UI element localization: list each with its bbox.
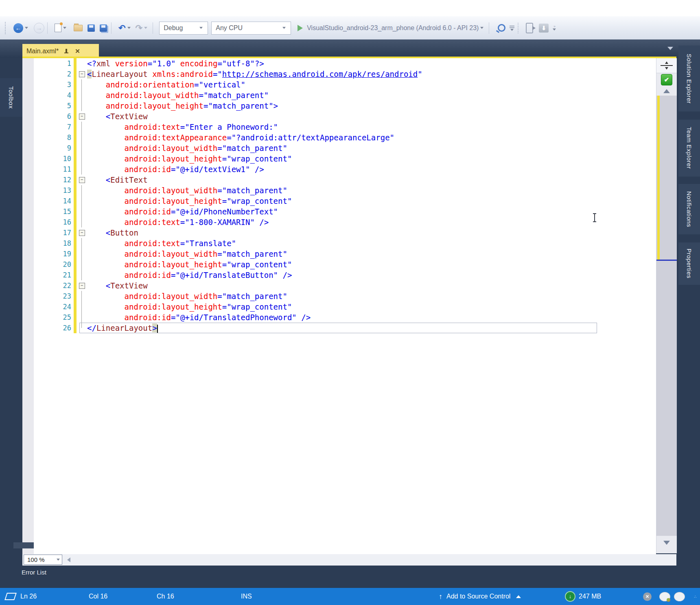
code-line[interactable]: 24 android:layout_height="wrap_content" [22,301,656,312]
code-line[interactable]: 9 android:layout_width="match_parent" [22,143,656,153]
run-target-label[interactable]: VisualStudio_android-23_arm_phone (Andro… [307,24,479,32]
open-file-icon[interactable] [74,25,83,31]
code-text[interactable]: android:layout_height="match_parent"> [87,100,278,111]
solution-platform-select[interactable]: Any CPU [211,22,291,35]
toolbar-drag-handle[interactable] [518,23,520,33]
code-line[interactable]: 19 android:layout_width="match_parent" [22,249,656,259]
code-text[interactable]: android:text="Translate" [87,238,236,249]
code-line[interactable]: 18 android:text="Translate" [22,238,656,249]
sidebar-tab-team-explorer[interactable]: Team Explorer [678,120,700,177]
redo-dropdown-icon[interactable] [144,27,147,29]
code-line[interactable]: 22− <TextView [22,280,656,291]
scrollbar-track[interactable] [656,96,677,536]
code-line[interactable]: 8 android:textAppearance="?android:attr/… [22,132,656,143]
code-line[interactable]: 20 android:layout_height="wrap_content" [22,259,656,270]
collapse-icon[interactable]: − [77,175,87,185]
toolbar-drag-handle[interactable] [5,22,8,34]
code-text[interactable]: <TextView [87,111,148,122]
new-item-icon[interactable] [55,24,61,32]
device-run-icon[interactable] [526,23,533,33]
code-line[interactable]: 5 android:layout_height="match_parent"> [22,100,656,111]
code-text[interactable]: <LinearLayout xmlns:android="http://sche… [87,69,422,79]
code-text[interactable]: <EditText [87,175,148,185]
document-tab-main-axml[interactable]: Main.axml* ✕ [22,44,99,58]
code-line[interactable]: 21 android:id="@+id/TranslateButton" /> [22,270,656,280]
navigate-forward-icon[interactable]: → [34,23,44,33]
code-line[interactable]: 26</LinearLayout> [22,323,656,333]
code-line[interactable]: 12− <EditText [22,175,656,185]
code-text[interactable]: android:textAppearance="?android:attr/te… [87,132,394,143]
code-text[interactable]: android:id="@+id/PhoneNumberText" [87,206,278,217]
code-line[interactable]: 14 android:layout_height="wrap_content" [22,196,656,206]
close-icon[interactable]: ✕ [75,48,80,54]
collapse-icon[interactable]: − [77,111,87,122]
code-line[interactable]: 1<?xml version="1.0" encoding="utf-8"?> [22,58,656,69]
code-line[interactable]: 15 android:id="@+id/PhoneNumberText" [22,206,656,217]
code-text[interactable]: <?xml version="1.0" encoding="utf-8"?> [87,58,264,69]
resize-grip[interactable]: ∴ [694,588,697,605]
code-line[interactable]: 25 android:id="@+id/TranslatedPhoneword"… [22,312,656,323]
code-text[interactable]: android:layout_width="match_parent" [87,90,269,100]
navigate-back-icon[interactable]: ← [13,23,23,33]
connection-status[interactable]: ✕ [643,588,652,605]
collapse-icon[interactable]: − [77,227,87,238]
document-health-check-icon[interactable]: ✔ [661,74,672,85]
code-line[interactable]: 23 android:layout_width="match_parent" [22,291,656,301]
code-line[interactable]: 4 android:layout_width="match_parent" [22,90,656,100]
code-text[interactable]: android:id="@+id/TranslatedPhoneword" /> [87,312,311,323]
solution-configuration-select[interactable]: Debug [159,22,208,35]
editor-zoom-select[interactable]: 100 % [24,555,62,565]
save-icon[interactable] [88,24,95,32]
code-editor[interactable]: 1<?xml version="1.0" encoding="utf-8"?>2… [22,58,656,554]
code-text[interactable]: android:text="Enter a Phoneword:" [87,122,278,132]
vertical-scrollbar[interactable]: ✔ [656,58,677,553]
code-text[interactable]: android:layout_width="match_parent" [87,291,287,301]
code-text[interactable]: <Button [87,227,138,238]
code-text[interactable]: </LinearLayout> [87,323,158,333]
sidebar-tab-properties[interactable]: Properties [678,242,700,285]
collapse-icon[interactable]: − [77,280,87,291]
code-line[interactable]: 7 android:text="Enter a Phoneword:" [22,122,656,132]
start-debugging-icon[interactable] [298,25,303,31]
sidebar-tab-notifications[interactable]: Notifications [678,184,700,234]
code-line[interactable]: 13 android:layout_width="match_parent" [22,185,656,196]
code-text[interactable]: android:layout_height="wrap_content" [87,259,292,270]
code-text[interactable]: <TextView [87,280,148,291]
toolbar-options-dropdown-icon[interactable] [510,25,514,31]
code-line[interactable]: 6− <TextView [22,111,656,122]
code-line[interactable]: 11 android:id="@+id/textView1" /> [22,164,656,175]
android-sdk-manager-icon[interactable]: ⬇ [539,24,549,33]
code-text[interactable]: android:layout_width="match_parent" [87,143,287,153]
redo-icon[interactable]: ↷ [136,24,143,32]
pin-icon[interactable] [63,48,69,54]
toolbar-overflow-icon[interactable]: » [553,26,556,31]
code-text[interactable]: android:id="@+id/textView1" /> [87,164,264,175]
scroll-down-icon[interactable] [663,541,670,545]
code-text[interactable]: android:layout_width="match_parent" [87,249,287,259]
code-text[interactable]: android:text="1-800-XAMARIN" /> [87,217,269,227]
code-line[interactable]: 3 android:orientation="vertical" [22,79,656,90]
code-line[interactable]: 16 android:text="1-800-XAMARIN" /> [22,217,656,227]
undo-icon[interactable]: ↶ [118,24,126,32]
code-text[interactable]: android:orientation="vertical" [87,79,245,90]
sidebar-tab-solution-explorer[interactable]: Solution Explorer [678,46,700,111]
code-text[interactable]: android:layout_height="wrap_content" [87,301,292,312]
code-text[interactable]: android:layout_height="wrap_content" [87,196,292,206]
scroll-left-icon[interactable] [67,557,70,562]
feedback-frown-icon[interactable] [674,588,685,605]
feedback-smile-icon[interactable] [659,588,670,605]
undo-dropdown-icon[interactable] [127,27,131,29]
error-list-panel-label[interactable]: Error List [22,569,46,576]
run-target-dropdown-icon[interactable] [480,27,483,29]
tab-list-dropdown-icon[interactable] [667,47,673,50]
new-item-dropdown-icon[interactable] [63,27,66,29]
collapse-icon[interactable]: − [77,69,87,79]
scroll-up-icon[interactable] [663,89,670,93]
add-to-source-control-button[interactable]: ↑ Add to Source Control [439,588,521,605]
sidebar-tab-toolbox[interactable]: Toolbox [0,78,22,117]
horizontal-scrollbar[interactable]: 100 % [22,554,676,566]
split-window-handle[interactable] [656,58,677,73]
code-line[interactable]: 2−<LinearLayout xmlns:android="http://sc… [22,69,656,79]
code-line[interactable]: 17− <Button [22,227,656,238]
save-all-icon[interactable] [100,24,107,32]
